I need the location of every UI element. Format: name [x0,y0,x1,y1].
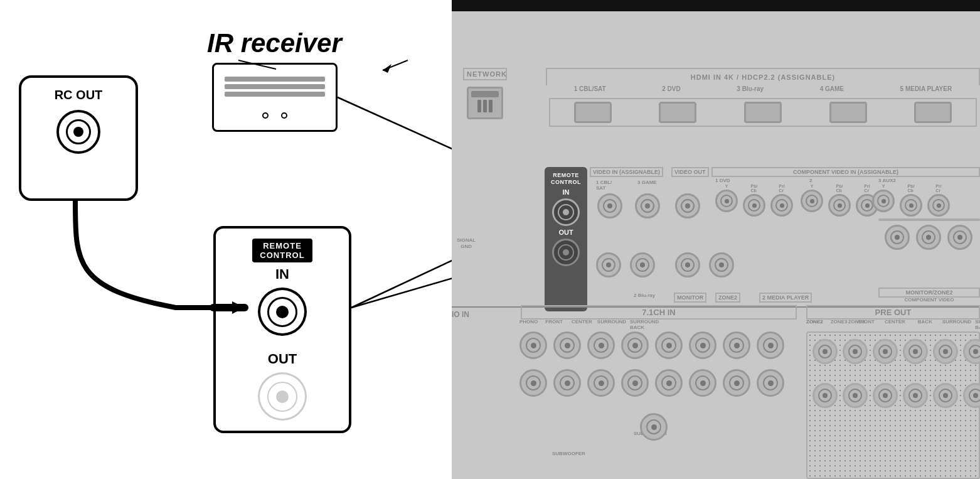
remote-panel-in-socket-inner [558,204,574,220]
svg-line-2 [351,251,452,308]
zone2-l-socket [519,369,547,397]
remote-panel-out-socket-core [563,249,569,256]
media-player-label: 2 MEDIA PLAYER [759,293,812,303]
comp-aux2-label: 3 AUX2 [878,178,896,183]
video-in-label: VIDEO IN (ASSIGNABLE) [590,167,663,177]
pre-zone3-l [873,339,898,364]
pre-zone2-r [843,339,868,364]
video-in-socket-1 [597,193,622,218]
remote-in-connector-inner [267,297,297,327]
game-label: 3 GAME [637,180,657,185]
ir-box-line-1 [225,77,325,82]
network-port [467,87,503,119]
network-label: NETWORK [463,68,507,80]
comp-dvd-label: 1 DVD [715,178,730,183]
comp-dvd-sockets: Y Pb/Cb Pr/Cr [715,184,793,217]
pre-surr-ba: SURRBA [975,319,980,330]
remote-out-connector [258,372,307,421]
zone2-r-socket [553,369,581,397]
back-l-socket [723,369,750,397]
remote-control-box: REMOTECONTROL IN OUT [213,226,351,433]
ir-box-lines [225,77,325,97]
remote-control-panel-section: REMOTECONTROL IN OUT [545,167,587,311]
hdmi-2: 2 DVD [662,85,680,92]
ir-receiver-box [212,63,338,132]
rc-out-connector-core [73,127,83,137]
hdmi-4: 4 GAME [820,85,844,92]
ir-box-line-3 [225,92,325,97]
svg-line-1 [351,217,452,308]
pre-front-r [963,339,980,364]
hdmi-port-4 [829,102,867,123]
component-in-label: COMPONENT VIDEO IN (ASSIGNABLE) [711,167,980,177]
pre-zone3-r [903,339,928,364]
hdmi-inputs-row: 1 CBL/SAT 2 DVD 3 Blu-ray 4 GAME 5 MEDIA… [546,85,980,92]
signal-gnd-label: SIGNALGND [457,237,476,249]
monitor-zone2-sockets [880,220,979,255]
remote-in-connector-core [276,306,289,318]
ir-dot-right [281,112,287,119]
center-socket-2 [689,369,716,397]
ir-box-line-2 [225,84,325,89]
front-l-socket-2 [655,369,683,397]
remote-panel-in-socket [552,198,580,226]
zone-labels-pre: ZONE2ZONE3 [806,319,865,325]
surround-label: SURROUND [597,319,626,330]
left-diagram: IR receiver RC OUT REMOTECONTROL IN [0,0,452,479]
hdmi-ports-row [549,98,977,127]
hdmi-section-label: HDMI IN 4K / HDCP2.2 (ASSIGNABLE) [546,68,980,85]
hdmi-3: 3 Blu-ray [737,85,764,92]
comp-2-label: 2 [809,178,812,183]
front-r-socket [587,331,615,359]
component-video-label: COMPONENT VIDEO [878,297,980,303]
phono-socket [519,331,547,359]
hdmi-port-5 [914,102,952,123]
pre-center: CENTER [885,319,905,330]
sb-l-socket [723,331,750,359]
ch-sockets-row [519,331,784,359]
video-out-label: VIDEO OUT [671,167,709,177]
zone3-l-socket [587,369,615,397]
pre-back: BACK [918,319,932,330]
hdmi-port-1 [574,102,612,123]
subwoofer-7ch-label: SUBWOOFER [552,451,585,456]
right-panel: NETWORK HDMI IN 4K / HDCP2.2 (ASSIGNABLE… [452,0,980,479]
comp-2-sockets: Y Pb/Cb Pr/Cr [801,184,878,217]
sb-r-socket [757,331,784,359]
remote-out-connector-core [276,390,289,403]
hdmi-1: 1 CBL/SAT [574,85,606,92]
remote-panel-in: IN [563,188,570,196]
pre-out-section-label: PRE OUT [806,305,980,320]
pre-zone2-l [812,339,838,364]
remote-panel-out-socket [552,239,580,266]
front-label: FRONT [545,319,563,330]
center-socket [621,331,649,359]
video-in-socket-2 [635,193,660,218]
surround-socket-2 [757,369,784,397]
front-l-socket [553,331,581,359]
video-bottom-socket-2 [630,252,655,277]
monitor-zone2-comp-area [878,218,980,221]
pre-out-dotted-area: SUBWOOFER 12 [806,331,980,479]
hdmi-port-3 [744,102,782,123]
rc-out-label: RC OUT [55,88,103,102]
remote-panel-out: OUT [558,229,573,236]
video-bottom-socket-1 [596,252,621,277]
remote-panel-out-socket-inner [558,244,574,261]
cbl-sat-label: 1 CBL/SAT [596,180,612,191]
monitor-label: MONITOR [674,293,706,303]
ir-dot-left [262,112,269,119]
blu-ray-label: 2 Blu-ray [634,293,655,298]
remote-panel-title: REMOTECONTROL [551,172,581,186]
surround-l-socket [655,331,683,359]
pre-out-sockets [812,339,980,364]
remote-out-connector-inner [267,382,297,412]
hdmi-5: 5 MEDIA PLAYER [900,85,952,92]
phono-label: PHONO [519,319,538,330]
surround-r-socket [689,331,716,359]
monitor-socket [675,252,700,277]
hdmi-label-text: HDMI IN 4K / HDCP2.2 (ASSIGNABLE) [691,73,835,81]
zone2-socket [709,252,734,277]
pre-surround: SURROUND [942,319,971,330]
hdmi-port-2 [659,102,696,123]
